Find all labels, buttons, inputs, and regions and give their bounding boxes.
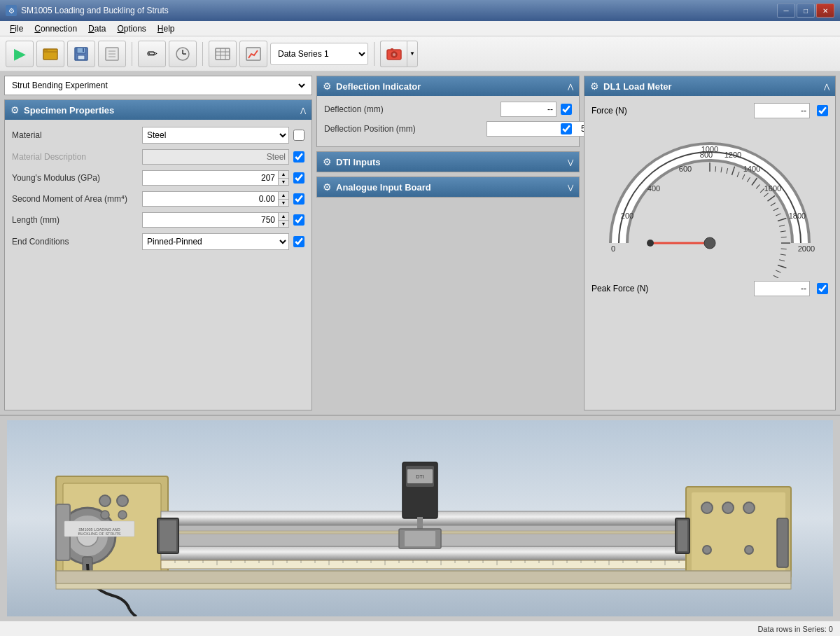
dti-collapse-button[interactable]: ⋁ [568,158,573,166]
force-label: Force (N) [592,106,750,116]
deflection-pos-label: Deflection Position (mm) [324,124,482,134]
youngs-checkbox[interactable] [293,172,304,184]
save-button[interactable] [67,41,95,67]
gauge-label-400: 400 [648,184,660,193]
svg-line-41 [780,254,786,255]
experiment-select-wrapper[interactable]: Strut Bending Experiment Euler Buckling … [4,76,312,95]
table-button[interactable] [209,41,237,67]
camera-split-button[interactable]: ▼ [380,41,418,67]
length-spin-down[interactable]: ▼ [278,220,289,228]
window-controls: ─ □ ✕ [777,4,834,18]
gauge-needle-group [647,237,715,249]
material-checkbox[interactable] [293,130,304,141]
menu-options[interactable]: Options [111,22,151,35]
deflection-pos-input[interactable] [486,121,598,137]
camera-button[interactable] [380,41,407,67]
export-button[interactable] [98,41,126,67]
svg-point-133 [745,546,753,554]
svg-point-138 [117,495,128,506]
analogue-collapse-button[interactable]: ⋁ [568,184,573,191]
youngs-spin-up[interactable]: ▲ [278,170,289,178]
experiment-dropdown[interactable]: Strut Bending Experiment Euler Buckling … [9,80,307,91]
load-meter-header-left: ⚙ DL1 Load Meter [590,81,672,92]
camera-dropdown-arrow[interactable]: ▼ [407,41,418,67]
gauge-container: 0 200 400 600 800 1000 1200 1400 1600 18… [592,124,828,278]
toolbar: ▶ ✏ [0,36,840,71]
dti-panel-title: DTI Inputs [336,157,381,167]
open-button[interactable] [36,41,64,67]
chart-button[interactable] [239,41,267,67]
svg-text:DTI: DTI [416,474,424,479]
dti-header-left: ⚙ DTI Inputs [323,156,381,167]
series-dropdown[interactable]: Data Series 1 Data Series 2 Data Series … [270,43,368,65]
deflection-pos-checkbox[interactable] [561,123,572,134]
endcond-checkbox[interactable] [293,236,304,247]
menu-connection[interactable]: Connection [29,22,83,35]
analogue-gear-icon: ⚙ [323,181,332,193]
endcond-label: End Conditions [12,237,138,247]
youngs-input[interactable] [142,170,278,186]
svg-line-61 [721,167,722,172]
svg-line-51 [768,195,776,201]
endcond-select[interactable]: Pinned-Pinned Fixed-Pinned Fixed-Fixed F… [142,233,289,250]
apparatus-image-area: DTI [0,415,840,621]
gauge-label-2000: 2000 [798,244,815,253]
length-label: Length (mm) [12,215,138,225]
moment-spin-up[interactable]: ▲ [278,191,289,199]
analogue-panel-header: ⚙ Analogue Input Board ⋁ [317,177,579,197]
svg-rect-136 [56,583,791,589]
material-desc-input[interactable] [142,149,289,165]
moment-checkbox[interactable] [293,193,304,205]
moment-input[interactable] [142,191,278,207]
minimize-button[interactable]: ─ [777,4,795,18]
close-button[interactable]: ✕ [816,4,834,18]
menu-file[interactable]: File [4,22,29,35]
svg-line-50 [771,203,776,206]
load-meter-panel: ⚙ DL1 Load Meter ⋀ Force (N) [584,76,836,410]
svg-line-42 [781,249,787,249]
length-spin-up[interactable]: ▲ [278,212,289,220]
clock-button[interactable] [169,41,197,67]
load-meter-collapse-button[interactable]: ⋀ [824,83,830,90]
svg-line-39 [778,265,786,268]
analogue-panel-title: Analogue Input Board [336,182,431,193]
load-meter-title: DL1 Load Meter [603,81,672,92]
specimen-collapse-button[interactable]: ⋀ [300,106,306,114]
svg-line-46 [779,225,785,226]
middle-panel: ⚙ Deflection Indicator ⋀ Deflection (mm)… [316,76,580,410]
length-input[interactable] [142,212,278,228]
material-label: Material [12,130,138,140]
moment-spin-down[interactable]: ▼ [278,199,289,207]
deflection-panel-title: Deflection Indicator [336,81,421,92]
peak-force-label: Peak Force (N) [592,284,750,293]
svg-rect-134 [777,518,788,567]
svg-line-52 [764,193,769,197]
main-content: Strut Bending Experiment Euler Buckling … [0,71,840,621]
menu-data[interactable]: Data [83,22,111,35]
moment-row: Second Moment of Area (mm⁴) ▲ ▼ [12,191,304,207]
youngs-spin-down[interactable]: ▼ [278,178,289,186]
play-button[interactable]: ▶ [6,41,34,67]
edit-button[interactable]: ✏ [138,41,166,67]
material-select[interactable]: Steel Aluminium Brass [142,127,289,144]
youngs-spinner: ▲ ▼ [142,170,289,186]
svg-line-55 [752,178,757,186]
svg-line-47 [778,218,786,221]
force-checkbox[interactable] [817,105,828,116]
peak-force-input[interactable] [754,281,810,296]
status-bar: Data rows in Series: 0 [0,621,840,636]
force-input[interactable] [754,103,810,118]
svg-line-49 [774,208,778,211]
deflection-input[interactable] [500,102,556,117]
deflection-checkbox[interactable] [561,104,572,115]
deflection-collapse-button[interactable]: ⋀ [568,83,573,90]
material-select-wrapper: Steel Aluminium Brass [142,127,289,144]
svg-rect-128 [678,520,687,551]
material-desc-checkbox[interactable] [293,151,304,163]
maximize-button[interactable]: □ [797,4,815,18]
svg-line-38 [776,270,780,272]
peak-force-checkbox[interactable] [817,283,828,294]
length-checkbox[interactable] [293,214,304,226]
youngs-label: Young's Modulus (GPa) [12,173,138,183]
menu-help[interactable]: Help [152,22,181,35]
